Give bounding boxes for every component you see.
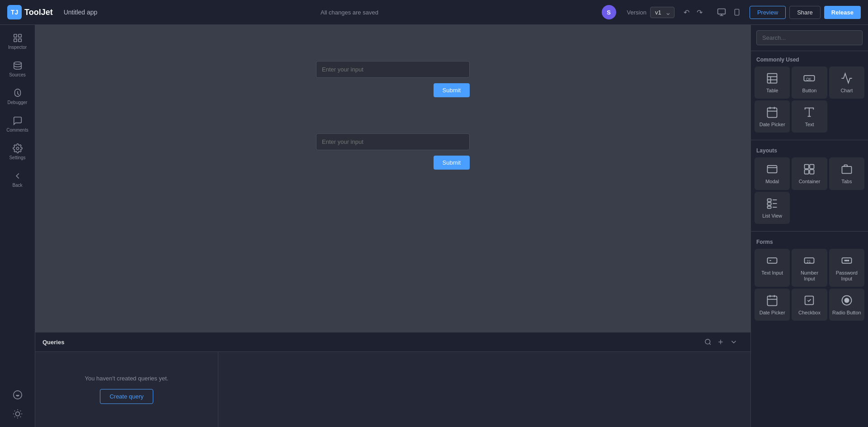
svg-rect-4	[18, 34, 21, 37]
sidebar-item-comments[interactable]: Comments	[2, 111, 33, 137]
queries-panel: Queries You haven't created queries yet.	[35, 332, 750, 427]
text-input-label: Text Input	[761, 270, 783, 276]
sidebar-item-settings[interactable]: Settings	[2, 139, 33, 165]
chart-icon	[839, 71, 855, 85]
queries-search-button[interactable]	[704, 338, 712, 346]
widget-form-2: Submit	[316, 133, 470, 170]
component-checkbox[interactable]: Checkbox	[792, 289, 827, 321]
svg-text:21: 21	[807, 259, 811, 263]
number-input-icon: 21	[801, 254, 817, 267]
button-icon: OK	[801, 71, 817, 85]
checkbox-label: Checkbox	[798, 310, 821, 316]
widget-input-2[interactable]	[316, 133, 470, 150]
canvas-main[interactable]: Submit Submit	[35, 25, 750, 332]
widget-submit-1[interactable]: Submit	[434, 83, 470, 97]
svg-rect-29	[768, 108, 777, 118]
svg-rect-40	[810, 170, 814, 174]
component-chart[interactable]: Chart	[829, 66, 864, 99]
svg-rect-42	[768, 199, 771, 201]
component-container[interactable]: Container	[792, 157, 827, 190]
svg-rect-6	[18, 39, 21, 42]
sidebar-item-inspector[interactable]: Inspector	[2, 28, 33, 54]
svg-point-10	[15, 412, 19, 416]
canvas-widgets: Submit Submit	[316, 61, 470, 170]
mobile-icon[interactable]	[731, 6, 742, 19]
svg-point-53	[844, 260, 845, 261]
component-table[interactable]: Table	[755, 66, 790, 99]
desktop-icon[interactable]	[715, 6, 728, 19]
container-label: Container	[799, 179, 821, 185]
svg-text:OK: OK	[806, 77, 811, 81]
topbar: TJ ToolJet Untitled app All changes are …	[0, 0, 868, 25]
divider-2	[751, 231, 868, 232]
component-list-view[interactable]: List View	[755, 192, 790, 224]
component-button[interactable]: OK Button	[792, 66, 827, 99]
queries-collapse-button[interactable]	[724, 338, 743, 346]
chat-icon	[13, 390, 23, 400]
component-radio-button[interactable]: Radio Button	[829, 289, 864, 321]
release-button[interactable]: Release	[824, 6, 861, 19]
inspector-label: Inspector	[8, 45, 27, 50]
debugger-label: Debugger	[8, 100, 28, 105]
sidebar-item-back[interactable]: Back	[2, 166, 33, 192]
modal-label: Modal	[765, 179, 779, 185]
sources-icon	[13, 61, 23, 71]
svg-point-62	[844, 298, 849, 302]
svg-line-14	[20, 417, 20, 417]
component-text[interactable]: Text	[792, 100, 827, 133]
create-query-button[interactable]: Create query	[100, 389, 153, 404]
queries-list: You haven't created queries yet. Create …	[35, 352, 218, 427]
text-input-icon	[764, 254, 780, 267]
section-title-commonly-used: Commonly Used	[751, 51, 868, 66]
component-search-input[interactable]	[756, 30, 863, 45]
component-date-picker2[interactable]: Date Picker	[755, 289, 790, 321]
comments-icon	[13, 116, 23, 126]
queries-header: Queries	[35, 332, 750, 352]
commonly-used-grid: Table OK Button Chart Date	[751, 66, 868, 138]
sidebar-item-debugger[interactable]: Debugger	[2, 84, 33, 109]
widget-submit-2[interactable]: Submit	[434, 156, 470, 170]
component-number-input[interactable]: 21 Number Input	[792, 249, 827, 287]
sun-icon	[13, 409, 23, 419]
svg-rect-0	[718, 9, 726, 14]
app-title[interactable]: Untitled app	[64, 9, 98, 16]
queries-editor	[218, 352, 750, 427]
queries-add-button[interactable]	[717, 338, 724, 346]
sources-label: Sources	[9, 72, 26, 77]
container-icon	[801, 162, 817, 176]
tabs-label: Tabs	[841, 179, 852, 185]
component-text-input[interactable]: Text Input	[755, 249, 790, 287]
layouts-grid: Modal Container Tabs List	[751, 157, 868, 229]
sidebar-item-theme[interactable]	[2, 404, 33, 423]
widget-submit-row-2: Submit	[316, 156, 470, 170]
divider-1	[751, 140, 868, 140]
sidebar-bottom	[2, 385, 33, 423]
sidebar-item-sources[interactable]: Sources	[2, 56, 33, 82]
version-select[interactable]: v1	[650, 7, 675, 18]
queries-content: You haven't created queries yet. Create …	[35, 352, 750, 427]
left-sidebar: Inspector Sources Debugger Comments Sett…	[0, 25, 35, 427]
widget-form-1: Submit	[316, 61, 470, 97]
component-date-picker[interactable]: Date Picker	[755, 100, 790, 133]
sidebar-item-chat[interactable]	[2, 385, 33, 404]
widget-submit-row-1: Submit	[316, 83, 470, 97]
svg-line-17	[14, 417, 14, 417]
queries-empty-text: You haven't created queries yet.	[85, 375, 169, 382]
table-label: Table	[766, 88, 778, 94]
component-password-input[interactable]: Password Input	[829, 249, 864, 287]
widget-input-1[interactable]	[316, 61, 470, 78]
button-label: Button	[802, 88, 817, 94]
redo-button[interactable]: ↷	[695, 6, 704, 19]
preview-button[interactable]: Preview	[750, 6, 786, 19]
component-modal[interactable]: Modal	[755, 157, 790, 190]
queries-title: Queries	[42, 339, 704, 346]
forms-grid: Text Input 21 Number Input Password Inpu…	[751, 249, 868, 327]
share-button[interactable]: Share	[789, 6, 821, 19]
undo-button[interactable]: ↶	[682, 6, 691, 19]
svg-rect-41	[842, 167, 851, 174]
svg-rect-37	[805, 165, 809, 169]
component-tabs[interactable]: Tabs	[829, 157, 864, 190]
queries-actions	[704, 338, 724, 346]
svg-rect-23	[768, 74, 777, 83]
date-picker2-icon	[764, 294, 780, 307]
